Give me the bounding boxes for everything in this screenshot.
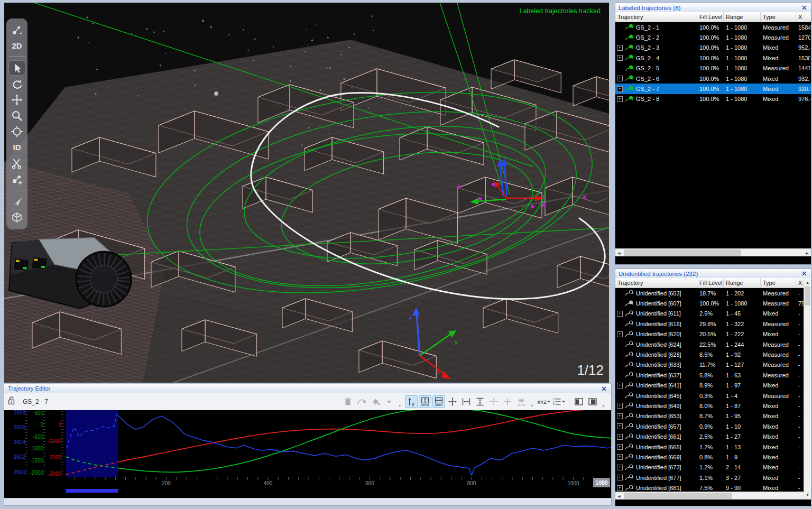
v-auto-button[interactable]: AUTO [419,395,431,408]
trajectory-row[interactable]: +Unidentified [673]1.2%2 - 14Mixed- [615,462,811,473]
trajectory-row[interactable]: +GS_2 - 7100.0%1 - 1080Mixed920.8 [615,84,811,94]
close-icon[interactable] [600,385,607,392]
trajectory-row[interactable]: +GS_2 - 6100.0%1 - 1080Mixed932.7 [615,73,811,84]
trajectory-row[interactable]: +GS_2 - 8100.0%1 - 1080Mixed976.4 [615,94,811,104]
volume-cube-button[interactable] [8,209,25,225]
expand-toggle[interactable]: + [617,423,623,429]
h-auto-button[interactable]: AUTO [432,395,445,408]
trajectory-row[interactable]: +Unidentified [649]8.0%1 - 87Mixed- [615,401,811,411]
column-header-fill-level[interactable]: Fill Level [697,278,724,288]
cut-scissors-button[interactable] [8,155,25,171]
expand-toggle[interactable]: + [617,475,623,480]
fly-camera-button[interactable] [8,193,25,209]
expand-toggle[interactable]: + [617,444,623,450]
trajectory-row[interactable]: Unidentified [603]18.7%1 - 202Measured- [615,288,811,298]
trajectory-row[interactable]: +Unidentified [641]8.9%1 - 97Mixed- [615,381,811,391]
expand-toggle[interactable]: + [617,86,623,92]
layout-right-button[interactable] [586,395,599,408]
layout-left-button[interactable] [573,395,585,408]
trajectory-row[interactable]: GS_2 - 5100.0%1 - 1080Measured1447. [615,63,811,73]
trajectory-row[interactable]: Unidentified [633]11.7%1 - 127Measured- [615,360,811,370]
column-header-trajectory[interactable]: Trajectory [615,12,697,22]
scroll-right-icon[interactable]: ▸ [804,249,811,256]
trajectory-row[interactable]: +Unidentified [653]8.7%1 - 95Mixed- [615,411,811,421]
trajectory-row[interactable]: +Unidentified [677]1.1%3 - 27Mixed- [615,473,811,483]
trajectory-row[interactable]: +Unidentified [620]20.5%1 - 222Mixed- [615,329,811,339]
vscroll-thumb[interactable] [805,286,810,306]
xyz-dropdown-button[interactable]: XYZ [537,395,551,408]
expand-toggle[interactable]: + [617,55,623,61]
series-list-button[interactable]: xyz [552,395,566,408]
plot-selection-region[interactable] [66,410,118,477]
expand-v-button[interactable] [474,395,486,408]
expand-all-button[interactable] [446,395,459,408]
scroll-left-icon[interactable]: ◂ [615,492,623,499]
undo-button[interactable] [8,76,25,91]
scroll-down-icon[interactable]: ▾ [804,491,811,498]
expand-toggle[interactable]: + [617,331,623,337]
expand-toggle[interactable]: + [617,413,623,419]
expand-toggle[interactable]: + [617,96,623,102]
expand-toggle[interactable]: + [617,434,623,440]
column-header-fill-level[interactable]: Fill Level [697,12,724,22]
hscroll-thumb[interactable] [624,493,732,499]
expand-h-button[interactable] [460,395,473,408]
trajectory-markers-button[interactable] [8,22,25,38]
trajectory-row[interactable]: +Unidentified [665]1.2%1 - 13Mixed- [615,442,811,452]
trajectory-row[interactable]: GS_2 - 2100.0%1 - 1080Measured1270. [615,32,811,42]
hscroll-track[interactable] [623,249,804,256]
toolbar-overflow-icon[interactable]: ─▾ [601,396,606,407]
unidentified-hscrollbar[interactable]: ◂ ▸ [615,492,811,499]
lock-open-icon[interactable] [7,396,15,407]
id-tool-button[interactable]: ID [8,140,25,155]
trajectory-row[interactable]: +Unidentified [611]2.5%1 - 45Mixed- [615,309,811,319]
trajectory-row[interactable]: GS_2 - 1100.0%1 - 1080Measured1584. [615,22,811,32]
trajectory-row[interactable]: +Unidentified [669]0.8%1 - 9Mixed- [615,452,811,462]
expand-toggle[interactable]: + [617,76,623,81]
column-header-type[interactable]: Type [761,278,796,288]
column-header-range[interactable]: Range [724,278,761,288]
column-header-type[interactable]: Type [761,12,796,22]
add-marker-button[interactable] [8,171,25,187]
3d-scene[interactable]: zyx [4,3,609,383]
trajectory-row[interactable]: Unidentified [645]0.3%1 - 4Measured- [615,391,811,401]
select-cursor-button[interactable] [8,60,25,76]
trajectory-row[interactable]: +Unidentified [681]7.5%9 - 90Mixed- [615,483,811,492]
arrow-up-y-button[interactable]: y [405,395,418,408]
2d-view-button[interactable]: 2D [8,38,25,53]
orbit-center-button[interactable] [8,124,25,139]
trajectory-row[interactable]: Unidentified [624]22.5%1 - 244Measured- [615,339,811,349]
column-header-trajectory[interactable]: Trajectory [615,278,697,288]
expand-toggle[interactable]: + [617,45,623,51]
labeled-hscrollbar[interactable]: ◂ ▸ [615,248,811,256]
labeled-column-header[interactable]: TrajectoryFill LevelRangeTypeX [615,12,811,22]
unidentified-column-header[interactable]: TrajectoryFill LevelRangeTypeX [615,278,811,288]
3d-viewport[interactable]: zyx 2DID Labeled trajectories tracked 1/… [4,3,609,383]
close-icon[interactable] [800,270,808,277]
expand-toggle[interactable]: + [617,454,623,460]
trajectory-row[interactable]: Unidentified [637]5.8%1 - 63Measured- [615,370,811,380]
trajectory-row[interactable]: Unidentified [616]29.8%1 - 322Measured- [615,319,811,329]
zoom-button[interactable] [8,108,25,123]
scroll-left-icon[interactable]: ◂ [615,249,623,256]
toolbar-overflow-icon[interactable]: ─▾ [530,396,535,407]
toolbar-overflow-icon[interactable]: ─▾ [398,396,403,407]
pan-move-button[interactable] [8,92,25,107]
trajectory-plot[interactable]: 260826062604260226005000-500-1000-1500-2… [4,410,611,498]
editor-bottom-scrollbar[interactable] [4,498,611,505]
trajectory-row[interactable]: Unidentified [607]100.0%1 - 1080Measured… [615,298,811,308]
trajectory-row[interactable]: +GS_2 - 3100.0%1 - 1080Mixed952.4 [615,43,811,53]
unidentified-vscrollbar[interactable]: ▴ ▾ [804,278,811,498]
expand-toggle[interactable]: + [617,403,623,409]
close-icon[interactable] [800,4,808,12]
expand-toggle[interactable]: + [617,485,623,491]
trajectory-row[interactable]: +GS_2 - 4100.0%1 - 1080Mixed1530. [615,53,811,63]
expand-toggle[interactable]: + [617,465,623,470]
trajectory-row[interactable]: +Unidentified [661]2.5%1 - 27Mixed- [615,431,811,441]
expand-toggle[interactable]: + [617,383,623,388]
trajectory-plot-svg[interactable]: 260826062604260226005000-500-1000-1500-2… [4,410,611,498]
column-header-x[interactable]: X [796,12,810,22]
trajectory-row[interactable]: Unidentified [628]8.5%1 - 92Measured- [615,349,811,359]
trajectory-row[interactable]: +Unidentified [657]0.9%1 - 10Mixed- [615,421,811,431]
column-header-range[interactable]: Range [724,12,761,22]
